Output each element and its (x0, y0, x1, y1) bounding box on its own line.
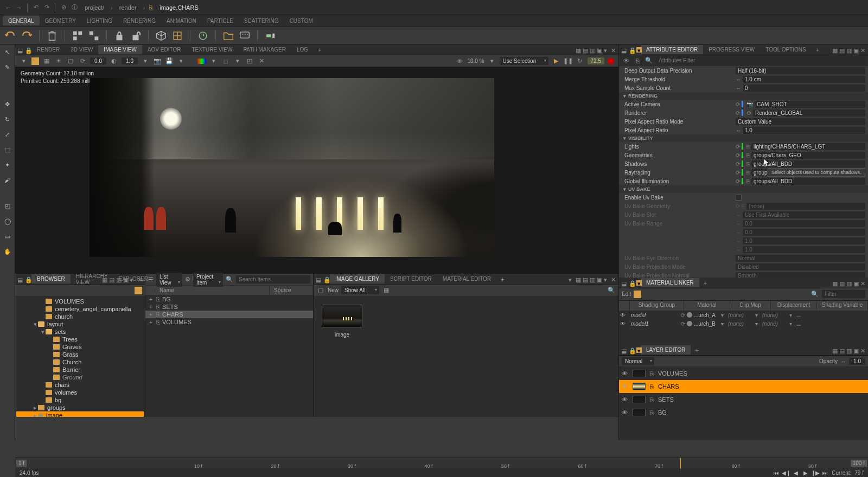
mat-grid-icon[interactable]: ▦ (832, 280, 838, 286)
ruler-icon[interactable]: ▾ (141, 57, 150, 66)
attr-sel-icon[interactable]: ▾ (636, 47, 642, 53)
mat-tab-add[interactable]: + (699, 278, 711, 288)
gallery-pin-icon[interactable]: ⬓ (316, 276, 321, 282)
layer-pin-icon[interactable]: ⬓ (621, 347, 627, 353)
layer-lock-icon[interactable]: 🔒 (629, 347, 634, 353)
attr-filter-input[interactable] (656, 56, 865, 65)
channel-rgb-icon[interactable] (31, 57, 39, 65)
tree-item[interactable]: Barrier (16, 366, 144, 373)
transform-tool-icon[interactable]: ⬚ (3, 145, 12, 154)
menu-scattering[interactable]: SCATTERING (239, 16, 284, 25)
tab-progress[interactable]: PROGRESS VIEW (703, 45, 760, 54)
channel-menu-icon[interactable]: ▾ (209, 57, 218, 66)
attr-renderer-value[interactable]: Renderer_GLOBAL (753, 109, 865, 117)
browser-pin-icon[interactable]: ⬓ (17, 276, 23, 282)
new-folder-button[interactable] (222, 30, 234, 42)
mat-col-mat[interactable]: Material (684, 301, 730, 311)
mat-filter-input[interactable] (822, 290, 865, 298)
gallery-grid-icon[interactable]: ▦ (576, 276, 581, 282)
attr-vsplit-icon[interactable]: ▥ (846, 47, 852, 53)
refresh-render-icon[interactable]: ↻ (576, 57, 584, 66)
fit-icon[interactable]: ▾ (20, 57, 28, 66)
shuffle-icon[interactable]: ✕ (257, 57, 266, 66)
menu-particle[interactable]: PARTICLE (202, 16, 239, 25)
opt-icon[interactable]: ▾ (177, 57, 186, 66)
attr-deep-output-value[interactable]: Half (16-bit) (736, 67, 865, 74)
list-item[interactable]: +⎘VOLUMES (145, 318, 313, 326)
pause-render-icon[interactable]: ❚❚ (564, 57, 572, 66)
attr-geo-value[interactable]: groups/Chars_GEO (751, 152, 865, 159)
gallery-panel-menu-icon[interactable]: ▾ (604, 276, 609, 282)
attr-gi-value[interactable]: groups/All_BDD (751, 178, 865, 185)
tab-browser[interactable]: BROWSER (31, 274, 71, 283)
cube-button[interactable] (155, 30, 167, 42)
layer-row[interactable]: 👁⎘VOLUMES (619, 367, 868, 380)
gallery-add-icon[interactable]: ▢ (316, 286, 325, 295)
mat-vsplit-icon[interactable]: ▥ (846, 280, 852, 286)
gallery-close-icon[interactable]: ✕ (611, 276, 616, 282)
lock-button[interactable] (113, 30, 125, 42)
menu-custom[interactable]: CUSTOM (284, 16, 318, 25)
nav-redo-icon[interactable]: ↷ (42, 3, 51, 12)
region-icon[interactable]: □ (221, 57, 230, 66)
ab-icon[interactable]: ▾ (233, 57, 242, 66)
browser-tree[interactable]: VOLUMEScemetery_angel_campanellachurch▾l… (15, 296, 145, 417)
tab-material-linker[interactable]: MATERIAL LINKER (641, 278, 699, 287)
camera-icon[interactable]: 📷 (153, 57, 162, 66)
tab-gallery[interactable]: IMAGE GALLERY (330, 274, 385, 283)
layout-max-icon[interactable]: ▣ (597, 47, 602, 53)
attr-pin-icon[interactable]: ⬓ (621, 47, 627, 53)
menu-geometry[interactable]: GEOMETRY (40, 16, 81, 25)
tree-item[interactable]: ▸▦image (16, 411, 144, 417)
mat-pin-icon[interactable]: ⬓ (621, 280, 627, 286)
tab-log[interactable]: LOG (291, 45, 314, 54)
gallery-menu-icon[interactable]: ▾ (569, 276, 574, 282)
browser-max-icon[interactable]: ▣ (123, 276, 129, 282)
circle-tool-icon[interactable]: ◯ (3, 216, 12, 226)
tab-textureview[interactable]: TEXTURE VIEW (186, 45, 238, 54)
list-item[interactable]: +⎘BG (145, 295, 313, 303)
gallery-new-label[interactable]: New (328, 287, 339, 293)
attr-tab-add[interactable]: + (812, 45, 824, 55)
rotate-tool-icon[interactable]: ↻ (3, 114, 12, 124)
section-uvbake[interactable]: ▾UV BAKE (619, 185, 868, 193)
tree-item[interactable]: Grass (16, 351, 144, 358)
layer-vsplit-icon[interactable]: ▥ (846, 347, 852, 353)
tab-add[interactable]: + (314, 45, 326, 55)
list-body[interactable]: +⎘BG+⎘SETS+⎘CHARS+⎘VOLUMES (145, 295, 313, 417)
move-tool-icon[interactable]: ✥ (3, 99, 12, 109)
comment-button[interactable] (239, 30, 251, 42)
gallery-view-icon[interactable]: ▦ (382, 286, 391, 295)
nav-info-icon[interactable]: ⓘ (70, 3, 79, 12)
goto-start-icon[interactable]: ⏮ (773, 469, 780, 476)
tree-item[interactable]: chars (16, 381, 144, 389)
visible-icon[interactable]: 👁 (455, 57, 464, 66)
gallery-lock-icon[interactable]: 🔒 (323, 276, 329, 282)
panel-menu-icon[interactable]: ▾ (604, 47, 609, 53)
list-search-input[interactable] (236, 275, 310, 283)
attr-pixmode-value[interactable]: Custom Value (736, 118, 865, 125)
nav-back-icon[interactable]: ← (4, 3, 12, 12)
tab-tool-options[interactable]: TOOL OPTIONS (760, 45, 811, 54)
tab-material-editor[interactable]: MATERIAL EDITOR (437, 274, 496, 283)
scale-tool-icon[interactable]: ⤢ (3, 130, 12, 139)
mat-col-sv[interactable]: Shading Variable (817, 301, 868, 311)
crop-tool-icon[interactable]: ◰ (3, 201, 12, 211)
tree-item[interactable]: ▸groups (16, 404, 144, 411)
rgb-gradient-icon[interactable] (197, 59, 206, 64)
time-ruler[interactable]: 1 f 100 f 10 f20 f30 f40 f50 f60 f70 f80… (15, 458, 868, 468)
play-fwd-icon[interactable]: ▶ (802, 469, 809, 476)
tab-3dview[interactable]: 3D VIEW (65, 45, 98, 54)
mat-opt-icon[interactable] (634, 291, 641, 298)
tree-item[interactable]: Trees (16, 336, 144, 343)
mat-col-clip[interactable]: Clip Map (730, 301, 771, 311)
mat-close-icon[interactable]: ✕ (860, 280, 866, 286)
record-icon[interactable] (608, 58, 614, 65)
tab-render[interactable]: RENDER (31, 45, 65, 54)
browser-split-icon[interactable]: ▤ (109, 276, 114, 282)
browser-menu-icon[interactable]: ▾ (130, 276, 136, 282)
refresh-button[interactable] (197, 30, 209, 42)
tab-script[interactable]: SCRIPT EDITOR (385, 274, 437, 283)
tree-item[interactable]: volumes (16, 389, 144, 396)
play-render-icon[interactable]: ▶ (552, 57, 560, 66)
